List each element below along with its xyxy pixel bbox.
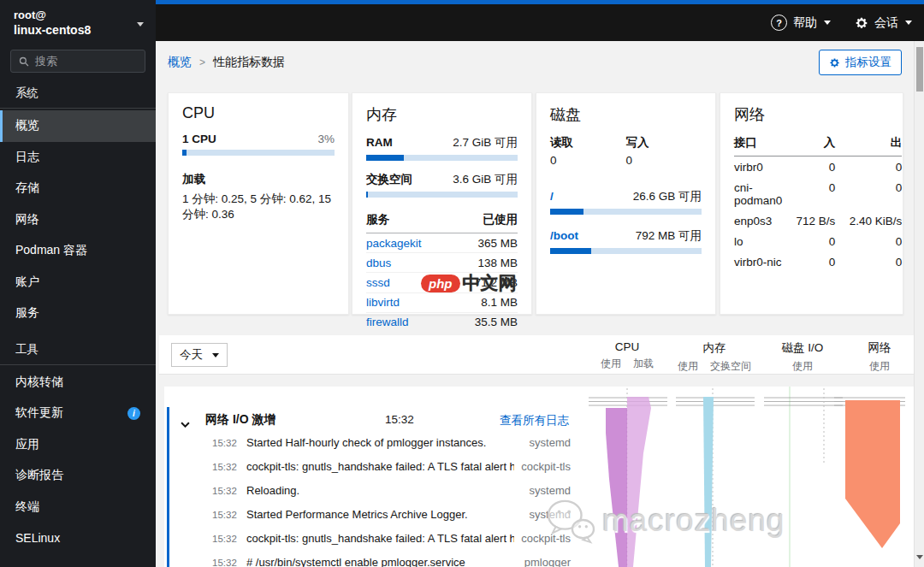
sidebar-section-tools: 工具 [0,329,156,362]
ram-progressbar [366,155,518,161]
disk-read-value: 0 [550,154,626,167]
service-column-header: 服务 [366,212,389,227]
load-values: 1 分钟: 0.25, 5 分钟: 0.62, 15 分钟: 0.36 [182,192,335,222]
event-group-network-io-spike: 网络 I/O 激增 15:32 查看所有日志 15:32 Started Hal… [167,407,571,567]
service-link[interactable]: libvirtd [366,296,400,309]
sidebar-item-network[interactable]: 网络 [0,204,156,236]
sidebar-item-label: 网络 [15,212,39,227]
service-link[interactable]: sssd [366,276,390,289]
vertical-scrollbar[interactable] [914,41,924,567]
disks-card: 磁盘 读取 0 写入 0 / 26.6 GB 可用 /boot 792 MB 可… [536,92,716,315]
iface-out: 0 [835,157,902,177]
php-cn-watermark: php 中文网 [421,271,517,295]
help-menu[interactable]: ? 帮助 [771,15,831,31]
metrics-settings-button[interactable]: 指标设置 [819,50,902,75]
log-row[interactable]: 15:32 Reloading. systemd [169,484,571,508]
sidebar-item-label: 终端 [15,499,39,515]
sidebar-item-label: 服务 [15,305,39,321]
sidebar-item-logs[interactable]: 日志 [0,142,156,174]
cpu-card: CPU 1 CPU 3% 加载 1 分钟: 0.25, 5 分钟: 0.62, … [168,92,349,315]
chart-title: CPU [584,340,670,353]
sidebar: root@ linux-centos8 搜索 系统 概览 日志 存储 网络 Po… [0,0,156,567]
log-row[interactable]: 15:32 Started Performance Metrics Archiv… [169,508,571,532]
service-used: 8.1 MB [481,296,518,309]
iface-in: 0 [782,157,835,177]
sidebar-item-diagnostic-reports[interactable]: 诊断报告 [0,460,156,492]
service-link[interactable]: firewalld [366,316,409,328]
chart-sublabel: 使用 [792,359,813,374]
ram-available: 2.7 GiB 可用 [453,135,518,151]
chart-title: 磁盘 I/O [760,340,845,356]
breadcrumb-current: 性能指标数据 [213,55,285,70]
breadcrumb: 概览 > 性能指标数据 [168,55,285,70]
iface-out: 2.40 KiB/s [835,210,902,231]
sidebar-item-accounts[interactable]: 账户 [0,267,156,298]
log-row[interactable]: 15:32 cockpit-tls: gnutls_handshake fail… [169,460,571,484]
sidebar-item-label: 软件更新 [15,405,63,421]
sidebar-item-applications[interactable]: 应用 [0,429,156,461]
log-row[interactable]: 15:32 cockpit-tls: gnutls_handshake fail… [169,532,571,556]
host-name: linux-centos8 [14,22,142,38]
divider [0,364,156,365]
log-row[interactable]: 15:32 Started Half-hourly check of pmlog… [169,436,571,460]
scrollbar-down-arrow[interactable] [916,555,923,559]
gear-icon [855,16,868,30]
log-message: # /usr/bin/systemctl enable pmlogger.ser… [246,556,518,567]
event-time: 15:32 [385,413,414,426]
chevron-down-icon [212,353,219,357]
sidebar-item-storage[interactable]: 存储 [0,173,156,204]
log-message: Reloading. [246,484,523,497]
session-label: 会话 [874,15,898,31]
log-time: 15:32 [212,510,239,520]
service-link[interactable]: packagekit [366,237,422,250]
event-title: 网络 I/O 激增 [205,412,275,428]
sidebar-item-kdump[interactable]: 内核转储 [0,367,156,399]
search-input[interactable]: 搜索 [10,50,145,73]
chart-title: 网络 [837,340,922,356]
mount-available: 792 MB 可用 [636,228,702,244]
chart-sublabel: 使用 [869,359,890,374]
sidebar-item-selinux[interactable]: SELinux [0,523,156,554]
sidebar-item-terminal[interactable]: 终端 [0,492,156,523]
collapse-chevron-icon[interactable] [181,416,190,431]
cpu-usage-percent: 3% [317,133,335,145]
swap-label: 交换空间 [366,172,412,187]
php-badge: php [421,275,460,292]
log-row[interactable]: 15:32 # /usr/bin/systemctl enable pmlogg… [169,556,571,567]
mount-root-link[interactable]: / [550,190,554,203]
view-all-logs-link[interactable]: 查看所有日志 [500,413,569,428]
chart-header-network: 网络 使用 [837,340,922,374]
used-column-header: 已使用 [483,212,518,227]
log-message: Started Half-hourly check of pmlogger in… [246,436,523,449]
log-time: 15:32 [212,558,239,567]
service-link[interactable]: dbus [366,257,391,269]
sidebar-item-label: 诊断报告 [15,468,63,483]
iface-column-header: 接口 [734,135,782,157]
disks-card-title: 磁盘 [550,104,702,125]
chart-title: 内存 [672,340,757,356]
scrollbar-thumb[interactable] [916,47,923,92]
swap-available: 3.6 GiB 可用 [453,172,518,187]
sidebar-item-podman[interactable]: Podman 容器 [0,235,156,267]
log-time: 15:32 [212,438,239,448]
sidebar-item-software-updates[interactable]: 软件更新 i [0,398,156,429]
chevron-down-icon [137,22,144,27]
search-placeholder: 搜索 [35,54,57,69]
host-switcher[interactable]: root@ linux-centos8 [0,0,156,41]
help-label: 帮助 [793,15,817,31]
sidebar-item-services[interactable]: 服务 [0,298,156,329]
mount-boot-link[interactable]: /boot [550,229,578,242]
iface-name: cni-podman0 [734,177,782,210]
time-range-select[interactable]: 今天 [171,343,228,367]
chart-sublabel: 使用 [601,357,621,371]
breadcrumb-overview-link[interactable]: 概览 [168,55,192,70]
session-menu[interactable]: 会话 [855,15,912,31]
chart-sublabel: 交换空间 [710,359,751,374]
php-badge-suffix: 中文网 [463,271,517,295]
disk-write-label: 写入 [626,135,702,151]
mount-available: 26.6 GB 可用 [633,189,702,204]
out-column-header: 出 [835,135,902,157]
iface-in: 0 [782,252,835,273]
log-time: 15:32 [212,486,239,496]
sidebar-item-overview[interactable]: 概览 [0,110,156,142]
